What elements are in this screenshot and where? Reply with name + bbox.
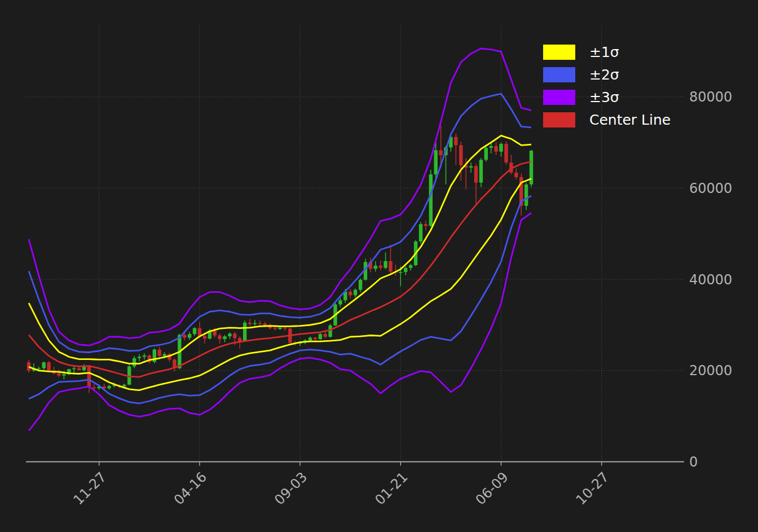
candle-down	[233, 333, 236, 338]
candle-down	[47, 362, 50, 371]
candle-up	[253, 323, 257, 324]
legend-label-center-line: Center Line	[589, 112, 671, 127]
candle-down	[87, 367, 91, 388]
candle-up	[338, 300, 342, 304]
band-lower-2sigma	[29, 196, 531, 403]
candle-up	[107, 386, 111, 388]
y-tick-label: 0	[689, 454, 698, 470]
candle-down	[273, 328, 276, 329]
candle-down	[92, 388, 96, 389]
x-tick-label: 04-16	[171, 469, 210, 508]
candle-up	[243, 323, 246, 341]
legend-item-center-line: Center Line	[543, 108, 671, 131]
candle-up	[193, 328, 196, 335]
candle-down	[459, 145, 462, 165]
y-tick-label: 20000	[689, 363, 732, 379]
candle-down	[494, 146, 497, 152]
candle-up	[133, 358, 136, 367]
candle-down	[389, 261, 392, 272]
candle-up	[479, 160, 483, 182]
candle-up	[490, 146, 493, 148]
candle-up	[62, 374, 65, 375]
candle-down	[439, 150, 442, 155]
candle-up	[429, 174, 433, 226]
bollinger-candlestick-figure: 02000040000600008000011-2704-1609-0301-2…	[0, 0, 758, 532]
center-line	[29, 162, 531, 377]
candle-down	[198, 328, 201, 336]
y-tick-label: 80000	[689, 89, 732, 105]
legend-item-2sigma: ±2σ	[543, 63, 671, 86]
candle-down	[203, 336, 206, 338]
y-tick-label: 40000	[689, 272, 732, 288]
candle-down	[248, 323, 252, 324]
candle-down	[263, 324, 267, 326]
candle-down	[324, 334, 327, 337]
candle-up	[404, 268, 407, 272]
candle-up	[469, 166, 473, 168]
candle-down	[258, 323, 262, 324]
candle-up	[359, 280, 362, 290]
x-tick-label: 01-21	[372, 469, 411, 508]
candle-up	[319, 334, 322, 339]
candle-down	[349, 292, 352, 296]
candle-up	[434, 150, 438, 174]
band-upper-2sigma	[29, 94, 531, 353]
candle-down	[424, 224, 428, 226]
candle-up	[525, 184, 528, 206]
x-tick-label: 10-27	[573, 469, 612, 508]
candle-up	[228, 333, 231, 336]
legend-label-2sigma: ±2σ	[589, 67, 619, 82]
candle-down	[77, 368, 81, 370]
candle-up	[374, 266, 377, 269]
legend-swatch-2sigma-icon	[543, 67, 575, 82]
candle-down	[504, 144, 508, 162]
candle-up	[309, 338, 312, 341]
legend-swatch-center-line-icon	[543, 112, 575, 127]
legend-label-3sigma: ±3σ	[589, 90, 619, 105]
candle-down	[379, 266, 382, 268]
candle-up	[499, 144, 503, 152]
candle-up	[399, 272, 402, 273]
candle-down	[213, 331, 217, 336]
candle-up	[384, 261, 387, 268]
x-tick-label: 09-03	[271, 469, 310, 508]
candle-up	[354, 290, 357, 296]
band-lower-3sigma	[29, 213, 531, 431]
y-tick-label: 60000	[689, 181, 732, 196]
legend-swatch-1sigma-icon	[543, 45, 575, 60]
candle-up	[188, 334, 191, 338]
candle-up	[328, 326, 332, 337]
candle-up	[162, 354, 166, 356]
candle-up	[143, 355, 146, 357]
candle-up	[409, 265, 412, 268]
candle-down	[474, 166, 478, 183]
candle-up	[278, 328, 281, 329]
candle-up	[484, 148, 488, 160]
candle-down	[454, 137, 457, 146]
candle-up	[37, 368, 41, 370]
band-upper-3sigma	[29, 49, 531, 345]
x-tick-label: 06-09	[473, 469, 512, 508]
candle-up	[419, 224, 422, 241]
candle-down	[183, 335, 186, 338]
candle-down	[283, 328, 287, 329]
legend-label-1sigma: ±1σ	[589, 45, 619, 60]
legend-item-3sigma: ±3σ	[543, 86, 671, 108]
candle-down	[314, 338, 317, 339]
candle-down	[218, 336, 221, 340]
x-tick-label: 11-27	[70, 469, 109, 508]
candle-down	[514, 173, 518, 177]
candle-up	[223, 336, 226, 339]
legend: ±1σ ±2σ ±3σ Center Line	[543, 41, 671, 131]
candle-down	[158, 350, 161, 356]
candle-down	[57, 373, 60, 376]
candle-up	[42, 362, 46, 368]
legend-swatch-3sigma-icon	[543, 90, 575, 105]
candle-up	[122, 385, 126, 386]
candle-down	[27, 362, 30, 371]
legend-item-1sigma: ±1σ	[543, 41, 671, 63]
candle-up	[72, 368, 76, 370]
candle-up	[138, 357, 141, 358]
